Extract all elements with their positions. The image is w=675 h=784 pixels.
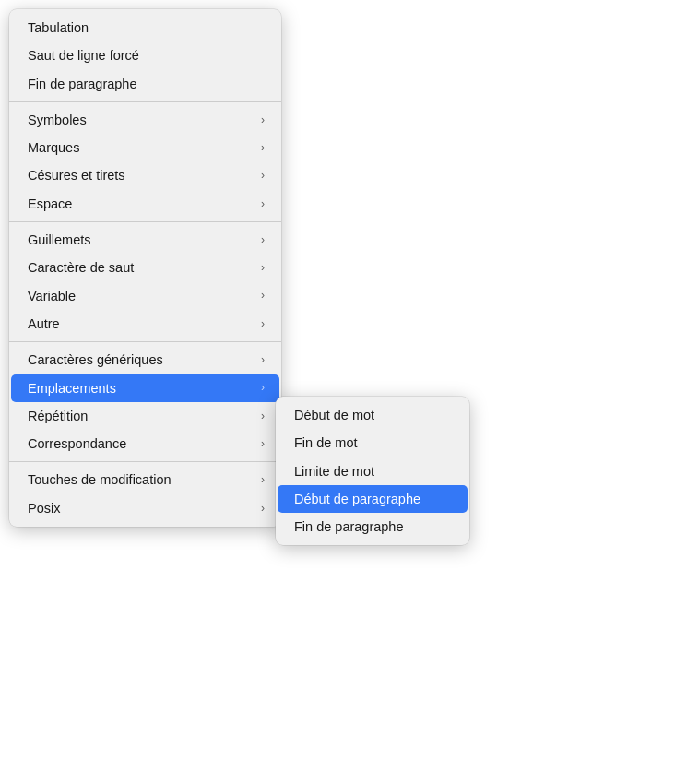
menu-item-emplacements[interactable]: Emplacements › <box>11 374 279 402</box>
submenu-item-limite-mot[interactable]: Limite de mot <box>278 457 468 485</box>
chevron-icon: › <box>261 409 265 424</box>
menu-container: Tabulation Saut de ligne forcé Fin de pa… <box>9 9 281 527</box>
menu-item-posix[interactable]: Posix › <box>11 494 279 522</box>
chevron-icon: › <box>261 501 265 517</box>
chevron-icon: › <box>261 436 265 452</box>
submenu-item-debut-mot[interactable]: Début de mot <box>278 401 468 429</box>
submenu-item-fin-mot[interactable]: Fin de mot <box>278 429 468 457</box>
menu-item-variable[interactable]: Variable › <box>11 282 279 310</box>
menu-item-fin-paragraphe[interactable]: Fin de paragraphe <box>11 70 279 98</box>
menu-item-guillemets[interactable]: Guillemets › <box>11 226 279 254</box>
menu-item-symboles[interactable]: Symboles › <box>11 106 279 134</box>
chevron-icon: › <box>261 288 265 303</box>
chevron-icon: › <box>261 168 265 184</box>
chevron-icon: › <box>261 316 265 332</box>
menu-item-marques[interactable]: Marques › <box>11 134 279 161</box>
menu-item-touches-modification[interactable]: Touches de modification › <box>11 466 279 493</box>
separator-3 <box>9 341 281 342</box>
menu-item-autre[interactable]: Autre › <box>11 310 279 338</box>
menu-item-espace[interactable]: Espace › <box>11 190 279 218</box>
chevron-icon: › <box>261 113 265 128</box>
submenu-item-debut-paragraphe[interactable]: Début de paragraphe <box>278 485 468 513</box>
separator-2 <box>9 221 281 222</box>
chevron-icon: › <box>261 260 265 276</box>
separator-4 <box>9 461 281 462</box>
chevron-icon: › <box>261 232 265 248</box>
submenu-item-fin-paragraphe[interactable]: Fin de paragraphe <box>278 513 468 540</box>
menu-item-tabulation[interactable]: Tabulation <box>11 14 279 42</box>
menu-item-repetition[interactable]: Répétition › <box>11 402 279 430</box>
submenu-panel: Début de mot Fin de mot Limite de mot Dé… <box>276 397 469 545</box>
menu-item-cesures-tirets[interactable]: Césures et tirets › <box>11 161 279 189</box>
menu-item-saut-ligne-force[interactable]: Saut de ligne forcé <box>11 42 279 69</box>
submenu-emplacements: Début de mot Fin de mot Limite de mot Dé… <box>276 397 469 545</box>
chevron-icon: › <box>261 380 265 396</box>
menu-item-caracteres-generiques[interactable]: Caractères génériques › <box>11 346 279 374</box>
chevron-icon: › <box>261 140 265 156</box>
menu-item-caractere-saut[interactable]: Caractère de saut › <box>11 254 279 281</box>
main-menu: Tabulation Saut de ligne forcé Fin de pa… <box>9 9 281 527</box>
chevron-icon: › <box>261 196 265 212</box>
menu-item-correspondance[interactable]: Correspondance › <box>11 430 279 457</box>
separator-1 <box>9 101 281 102</box>
chevron-icon: › <box>261 472 265 488</box>
chevron-icon: › <box>261 352 265 368</box>
